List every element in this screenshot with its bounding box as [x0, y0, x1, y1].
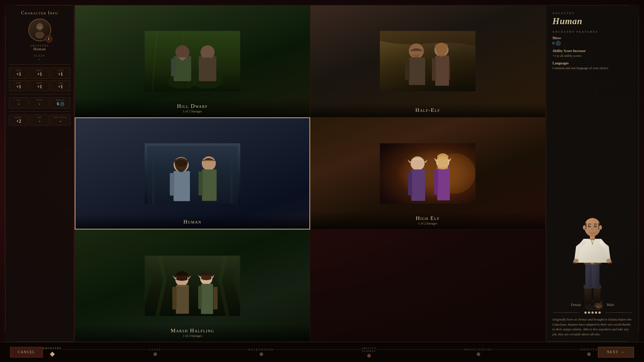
step-connector-1	[62, 349, 149, 350]
stat-hit-dice: HIT DICE -	[51, 115, 70, 126]
nav-step-proficiencies-label: PROFICIENCIES	[464, 348, 493, 351]
svg-rect-29	[170, 173, 174, 196]
character-figure	[567, 210, 618, 305]
stat-ac: AC -	[9, 97, 28, 108]
feature-ability-score: Ability Score Increase +1 to all ability…	[552, 49, 632, 58]
svg-rect-40	[408, 171, 412, 195]
svg-rect-17	[409, 57, 425, 85]
nav-step-ability-scores[interactable]: ABILITYSCORES	[361, 347, 377, 357]
next-button[interactable]: NEXT →	[598, 347, 634, 357]
cancel-button[interactable]: CANCEL	[10, 347, 43, 357]
stat-move: MOVE 6 ⬡	[51, 97, 70, 108]
svg-rect-52	[177, 285, 186, 287]
svg-rect-21	[435, 56, 449, 86]
svg-rect-8	[171, 59, 176, 76]
svg-rect-55	[593, 287, 600, 303]
svg-point-73	[599, 225, 602, 230]
detail-section-label: ANCESTRY	[552, 12, 632, 15]
class-info: CLASS -	[9, 54, 70, 61]
half-elf-name: Half-Elf	[314, 107, 542, 113]
character-3d-view	[552, 217, 632, 298]
secondary-stats: AC - INIT - MOVE 6 ⬡	[9, 97, 70, 108]
ancestry-grid: Hill Dwarf 1 of 2 lineages	[75, 5, 545, 342]
step-connector-5	[493, 349, 580, 350]
high-elf-info: High Elf 1 of 2 lineages	[310, 211, 545, 229]
high-elf-lineages: 1 of 2 lineages	[314, 221, 542, 225]
marsh-halfling-lineages: 1 of 2 lineages	[79, 334, 306, 338]
svg-point-1	[35, 31, 44, 38]
svg-rect-22	[432, 58, 436, 81]
svg-rect-39	[411, 169, 425, 201]
nav-step-class[interactable]: CLASS	[149, 348, 161, 356]
hill-dwarf-lineages: 1 of 2 lineages	[79, 109, 306, 113]
ancestry-card-high-elf[interactable]: High Elf 1 of 2 lineages	[310, 117, 546, 230]
svg-rect-59	[592, 263, 599, 288]
svg-rect-46	[176, 285, 189, 314]
svg-rect-47	[172, 287, 177, 309]
svg-point-53	[580, 302, 605, 305]
marsh-halfling-info: Marsh Halfling 1 of 2 lineages	[75, 324, 310, 342]
detail-title: Human	[552, 16, 632, 26]
marsh-halfling-name: Marsh Halfling	[79, 327, 306, 334]
feature-languages-name: Languages	[552, 61, 632, 65]
svg-point-2	[37, 24, 43, 30]
svg-rect-25	[152, 148, 155, 204]
svg-rect-18	[405, 60, 410, 80]
stat-con: CON +1	[51, 68, 70, 79]
nav-step-identity-label: IDENTITY	[580, 348, 598, 351]
nav-steps: ANCESTRY CLASS BACKGROUND ABILITYSCORES …	[43, 347, 598, 357]
lore-text: Originally born on Tirmar and brought to…	[552, 317, 632, 337]
nav-step-ancestry[interactable]: ANCESTRY	[43, 347, 62, 357]
ancestry-value: Human	[9, 47, 70, 51]
human-info: Human	[75, 215, 309, 229]
stat-init: INIT -	[30, 97, 49, 108]
ancestry-empty-cell	[310, 230, 546, 342]
feature-move-value: 6 ⬡	[552, 41, 632, 46]
character-panel-title: Character Info	[21, 10, 58, 16]
nav-step-identity[interactable]: IDENTITY	[580, 348, 598, 356]
stat-cha: CHA +1	[51, 80, 70, 91]
svg-point-7	[175, 45, 189, 59]
svg-point-72	[583, 225, 586, 230]
lore-slider[interactable]	[552, 311, 632, 314]
stat-prof: PROF. +2	[9, 115, 28, 126]
svg-rect-24	[147, 146, 238, 204]
ancestry-card-hill-dwarf[interactable]: Hill Dwarf 1 of 2 lineages	[75, 5, 310, 117]
next-button-label: NEXT	[607, 350, 618, 354]
nav-step-class-label: CLASS	[149, 348, 161, 351]
svg-rect-34	[204, 160, 214, 161]
svg-point-71	[595, 225, 596, 227]
high-elf-name: High Elf	[314, 215, 542, 221]
step-connector-2	[161, 349, 249, 350]
svg-rect-32	[202, 169, 217, 201]
nav-step-ancestry-label: ANCESTRY	[43, 347, 62, 350]
svg-point-11	[200, 45, 215, 59]
primary-stats: STR +1 DEX +1 CON +1 INT +1 WIS +1 CHA +…	[9, 68, 70, 91]
ancestry-features-label: ANCESTRY FEATURES	[552, 30, 632, 33]
feature-ability-score-name: Ability Score Increase	[552, 49, 632, 53]
svg-point-65	[584, 217, 600, 237]
ancestry-card-human[interactable]: Human	[75, 117, 310, 230]
ancestry-info: ANCESTRY Human	[9, 44, 70, 51]
nav-step-background[interactable]: BACKGROUND	[249, 348, 274, 356]
feature-languages-value: Common and one language of your choice.	[552, 66, 632, 70]
character-level: 1	[45, 35, 52, 42]
next-arrow-icon: →	[621, 350, 625, 354]
ancestry-card-half-elf[interactable]: Half-Elf	[310, 5, 546, 117]
class-value: -	[9, 57, 70, 61]
hill-dwarf-name: Hill Dwarf	[79, 103, 306, 109]
feature-languages: Languages Common and one language of you…	[552, 61, 632, 70]
svg-rect-28	[174, 171, 190, 201]
nav-step-proficiencies[interactable]: PROFICIENCIES	[464, 348, 493, 356]
stat-wis: WIS +1	[30, 80, 49, 91]
feature-ability-score-value: +1 to all ability scores	[552, 54, 632, 58]
stat-dex: DEX +1	[30, 68, 49, 79]
svg-rect-42	[437, 168, 450, 200]
hill-dwarf-info: Hill Dwarf 1 of 2 lineages	[75, 99, 310, 117]
half-elf-info: Half-Elf	[310, 103, 545, 117]
ancestry-detail-panel: ANCESTRY Human ANCESTRY FEATURES Move 6 …	[546, 5, 639, 342]
ancestry-card-marsh-halfling[interactable]: Marsh Halfling 1 of 2 lineages	[75, 230, 310, 342]
ancestry-label: ANCESTRY	[9, 44, 70, 47]
human-name: Human	[79, 218, 306, 225]
nav-step-background-label: BACKGROUND	[249, 348, 274, 351]
